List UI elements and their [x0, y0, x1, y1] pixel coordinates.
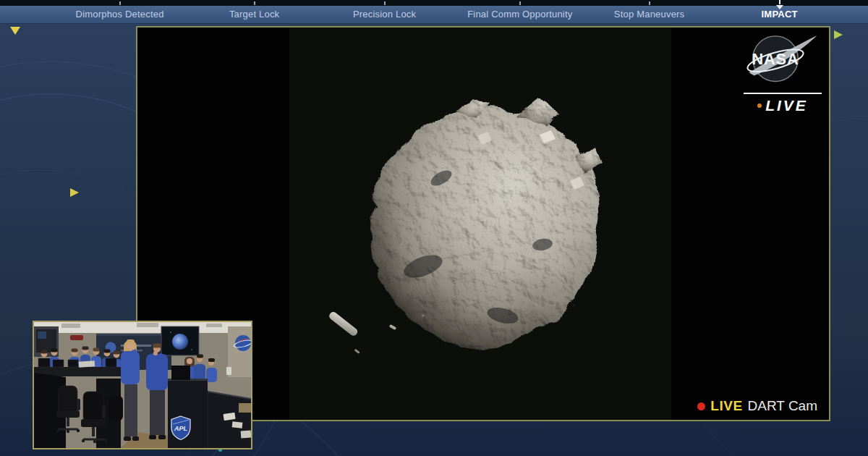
milestone-stop-maneuvers: Stop Maneuvers: [614, 6, 684, 23]
nasa-live-bug: NASA LIVE: [742, 32, 823, 114]
record-dot-icon: [697, 402, 705, 410]
apl-shield-text: APL: [174, 425, 187, 432]
apl-red-wall-logo: [70, 335, 83, 340]
milestone-dimorphos-detected: Dimorphos Detected: [76, 6, 164, 23]
timeline-tick: [119, 1, 121, 5]
milestone-precision-lock: Precision Lock: [353, 6, 416, 23]
milestone-bar: Dimorphos Detected Target Lock Precision…: [0, 6, 868, 24]
mission-control-pip: APL: [33, 321, 252, 449]
milestone-final-comm: Final Comm Opportunity: [467, 6, 572, 23]
timeline-tick: [519, 1, 521, 5]
timeline-tick: [649, 1, 650, 5]
live-label: LIVE: [765, 97, 808, 114]
feed-live-label: LIVE: [710, 398, 742, 414]
yellow-down-triangle-icon: [10, 27, 20, 35]
milestone-target-lock: Target Lock: [229, 6, 279, 23]
nasa-meatball-logo: NASA: [746, 32, 819, 87]
broadcast-frame: Dimorphos Detected Target Lock Precision…: [0, 0, 868, 456]
asteroid-body: [366, 96, 596, 345]
live-bug-divider: [744, 93, 822, 94]
green-right-triangle-icon: [834, 30, 843, 39]
timeline-position-marker: [776, 0, 783, 9]
timeline-tick: [254, 1, 255, 5]
wall-screen: [161, 326, 199, 355]
timeline-tick: [384, 1, 386, 5]
nasa-wordmark: NASA: [752, 50, 799, 68]
light-switch: [226, 367, 231, 375]
marker-stem: [779, 0, 780, 4]
yellow-right-triangle-icon: [70, 188, 79, 197]
timeline-track: [0, 0, 868, 6]
marker-caret-icon: [776, 5, 783, 9]
feed-camera-name: DART Cam: [748, 398, 817, 414]
mission-control-room-illustration: APL: [34, 322, 251, 448]
feed-status-badge: LIVE DART Cam: [697, 398, 817, 414]
live-dot-icon: [757, 104, 762, 108]
